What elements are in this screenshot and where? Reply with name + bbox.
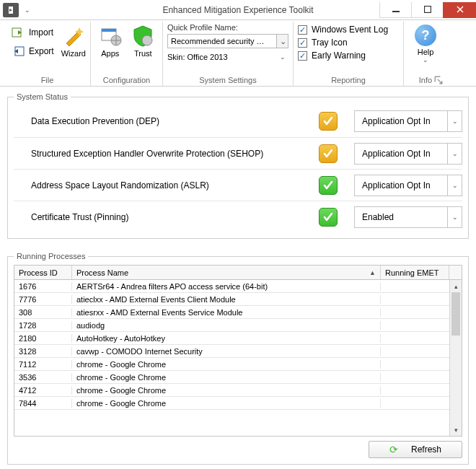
status-select[interactable]: Application Opt In⌄	[354, 175, 462, 196]
cell-name: cavwp - COMODO Internet Security	[72, 347, 381, 356]
cell-name: audiodg	[72, 321, 381, 330]
trust-icon	[131, 25, 154, 48]
help-label: Help	[418, 48, 434, 56]
status-row: Address Space Layout Randomization (ASLR…	[14, 169, 462, 201]
chevron-down-icon[interactable]: ⌄	[447, 175, 462, 196]
cell-name: chrome - Google Chrome	[72, 386, 381, 395]
table-row[interactable]: 4712chrome - Google Chrome	[14, 384, 449, 397]
wizard-label: Wizard	[61, 49, 86, 58]
apps-button[interactable]: Apps	[95, 23, 125, 59]
export-icon	[12, 45, 25, 58]
status-select[interactable]: Enabled⌄	[354, 206, 462, 228]
status-value: Application Opt In	[355, 144, 447, 164]
ribbon-group-label: System Settings	[167, 74, 288, 86]
table-row[interactable]: 7776atieclxx - AMD External Events Clien…	[14, 293, 449, 306]
status-row: Data Execution Prevention (DEP)Applicati…	[14, 105, 462, 137]
title-bar: ⌄ Enhanced Mitigation Experience Toolkit	[0, 0, 476, 20]
cell-name: AutoHotkey - AutoHotkey	[72, 334, 381, 343]
cell-pid: 4712	[14, 386, 72, 395]
table-row[interactable]: 308atiesrxx - AMD External Events Servic…	[14, 306, 449, 319]
checkbox-icon	[298, 51, 307, 61]
scroll-up-icon[interactable]: ▴	[450, 280, 462, 292]
ribbon: Import Export Wizard File Apps Trus	[0, 20, 476, 87]
chevron-down-icon[interactable]: ⌄	[447, 144, 462, 164]
status-value: Enabled	[355, 207, 447, 227]
maximize-button[interactable]	[411, 2, 443, 18]
status-select[interactable]: Application Opt In⌄	[354, 110, 462, 132]
process-grid: Process ID Process Name ▲ Running EMET 1…	[14, 265, 462, 437]
svg-rect-5	[102, 29, 116, 32]
cell-pid: 7776	[14, 295, 72, 304]
sort-ascending-icon: ▲	[369, 269, 376, 276]
ribbon-group-label: Configuration	[95, 74, 158, 86]
running-processes-fieldset: Running Processes Process ID Process Nam…	[7, 252, 469, 465]
svg-rect-1	[424, 6, 431, 13]
cell-name: chrome - Google Chrome	[72, 399, 381, 408]
status-value: Application Opt In	[355, 111, 447, 131]
system-menu-icon[interactable]	[3, 3, 19, 17]
cell-name: chrome - Google Chrome	[72, 373, 381, 382]
table-row[interactable]: 1676AERTSr64 - Andrea filters APO access…	[14, 280, 449, 293]
minimize-button[interactable]	[379, 2, 411, 18]
running-processes-legend: Running Processes	[14, 252, 88, 260]
scroll-thumb[interactable]	[451, 292, 460, 336]
export-button[interactable]: Export	[9, 43, 57, 59]
status-name: Data Execution Prevention (DEP)	[14, 116, 302, 126]
status-indicator-icon	[319, 144, 338, 163]
ribbon-group-configuration: Apps Trust Configuration	[91, 22, 163, 86]
chevron-down-icon[interactable]: ⌄	[447, 207, 462, 227]
table-row[interactable]: 2180AutoHotkey - AutoHotkey	[14, 332, 449, 345]
import-button[interactable]: Import	[9, 25, 57, 40]
refresh-button[interactable]: ⟳ Refresh	[369, 441, 462, 458]
cell-pid: 1676	[14, 282, 72, 291]
table-row[interactable]: 7112chrome - Google Chrome	[14, 358, 449, 371]
status-select[interactable]: Application Opt In⌄	[354, 143, 462, 165]
close-button[interactable]	[443, 2, 476, 18]
cell-pid: 3128	[14, 347, 72, 356]
import-label: Import	[29, 27, 53, 38]
ribbon-group-reporting: Windows Event Log Tray Icon Early Warnin…	[294, 22, 404, 86]
grid-header: Process ID Process Name ▲ Running EMET	[14, 266, 462, 280]
column-header-pid[interactable]: Process ID	[14, 266, 72, 279]
cell-pid: 7112	[14, 360, 72, 369]
early-warning-checkbox[interactable]: Early Warning	[298, 51, 399, 61]
qat-customize-icon[interactable]: ⌄	[25, 6, 30, 14]
svg-point-7	[142, 35, 152, 45]
scroll-header-spacer	[449, 266, 462, 279]
cell-pid: 308	[14, 308, 72, 317]
cell-name: atiesrxx - AMD External Events Service M…	[72, 308, 381, 317]
profile-value: Recommended security …	[168, 37, 276, 45]
event-log-checkbox[interactable]: Windows Event Log	[298, 25, 399, 35]
skin-value: Office 2013	[188, 53, 228, 61]
table-row[interactable]: 3536chrome - Google Chrome	[14, 371, 449, 384]
skin-label: Skin:	[167, 53, 185, 61]
chevron-down-icon[interactable]: ⌄	[276, 35, 288, 48]
ribbon-group-label: Info	[408, 74, 443, 86]
dialog-launcher-icon[interactable]	[434, 76, 443, 84]
chevron-down-icon[interactable]: ⌄	[447, 111, 462, 131]
table-row[interactable]: 7844chrome - Google Chrome	[14, 397, 449, 410]
vertical-scrollbar[interactable]: ▴ ▾	[449, 280, 462, 436]
tray-icon-label: Tray Icon	[312, 38, 348, 48]
status-indicator-icon	[319, 112, 338, 131]
apps-label: Apps	[101, 49, 119, 58]
skin-dropdown-icon[interactable]: ⌄	[280, 53, 288, 61]
table-row[interactable]: 3128cavwp - COMODO Internet Security	[14, 345, 449, 358]
status-name: Certificate Trust (Pinning)	[14, 212, 302, 222]
column-header-emet[interactable]: Running EMET	[381, 266, 449, 279]
column-header-name-label: Process Name	[76, 268, 128, 277]
status-row: Structured Exception Handler Overwrite P…	[14, 137, 462, 169]
scroll-down-icon[interactable]: ▾	[450, 424, 462, 436]
wizard-icon	[62, 25, 85, 48]
help-dropdown-icon[interactable]: ⌄	[423, 56, 428, 63]
refresh-icon: ⟳	[389, 444, 398, 455]
trust-button[interactable]: Trust	[128, 23, 159, 59]
system-status-fieldset: System Status Data Execution Prevention …	[7, 92, 469, 239]
help-icon[interactable]: ?	[415, 25, 436, 46]
column-header-name[interactable]: Process Name ▲	[72, 266, 381, 279]
tray-icon-checkbox[interactable]: Tray Icon	[298, 38, 399, 48]
table-row[interactable]: 1728audiodg	[14, 319, 449, 332]
cell-name: atieclxx - AMD External Events Client Mo…	[72, 295, 381, 304]
profile-combo[interactable]: Recommended security … ⌄	[167, 34, 288, 48]
wizard-button[interactable]: Wizard	[60, 23, 87, 59]
